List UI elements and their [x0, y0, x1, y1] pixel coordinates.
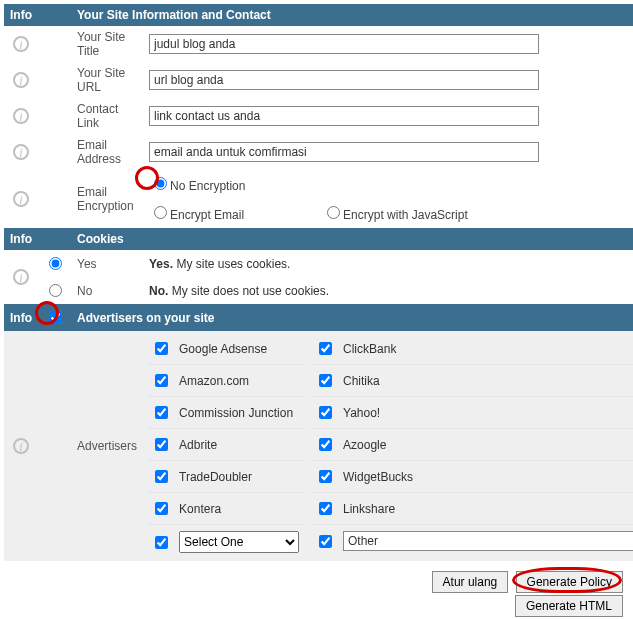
section-info-label: Info — [4, 228, 38, 250]
advertiser-item: Yahoo! — [311, 397, 633, 429]
site-title-input[interactable] — [149, 34, 539, 54]
info-icon[interactable]: i — [13, 144, 29, 160]
advertiser-item: Kontera — [147, 493, 303, 525]
advertiser-checkbox[interactable] — [319, 406, 332, 419]
advertiser-name: Google Adsense — [179, 342, 267, 356]
site-url-label: Your Site URL — [71, 62, 143, 98]
email-encryption-label: Email Encryption — [71, 170, 143, 228]
advertiser-checkbox[interactable] — [319, 502, 332, 515]
enc-encrypt-label: Encrypt Email — [170, 208, 244, 222]
advertiser-item: Select One — [147, 525, 303, 559]
advertiser-name: Azoogle — [343, 438, 386, 452]
advertiser-checkbox[interactable] — [319, 438, 332, 451]
reset-button[interactable]: Atur ulang — [432, 571, 509, 593]
advertiser-name: ClickBank — [343, 342, 396, 356]
advertiser-checkbox[interactable] — [155, 502, 168, 515]
cookies-no-label: No — [71, 277, 143, 304]
section-site-info-header: Your Site Information and Contact — [71, 4, 633, 26]
cookies-no-radio[interactable] — [49, 284, 62, 297]
contact-link-input[interactable] — [149, 106, 539, 126]
cookies-yes-label: Yes — [71, 250, 143, 277]
info-icon[interactable]: i — [13, 36, 29, 52]
advertiser-checkbox[interactable] — [155, 342, 168, 355]
section-advertisers-header: Advertisers on your site — [71, 304, 633, 331]
advertiser-name: Amazon.com — [179, 374, 249, 388]
advertiser-name: TradeDoubler — [179, 470, 252, 484]
site-title-label: Your Site Title — [71, 26, 143, 62]
advertiser-checkbox[interactable] — [319, 374, 332, 387]
advertiser-name: Chitika — [343, 374, 380, 388]
enc-none-label: No Encryption — [170, 179, 245, 193]
generate-html-button[interactable]: Generate HTML — [515, 595, 623, 617]
advertiser-name: WidgetBucks — [343, 470, 413, 484]
advertiser-item: Chitika — [311, 365, 633, 397]
advertiser-name: Commission Junction — [179, 406, 293, 420]
cookies-no-bold: No. — [149, 284, 168, 298]
section-cookies-header: Cookies — [71, 228, 633, 250]
advertiser-checkbox[interactable] — [319, 535, 332, 548]
info-icon[interactable]: i — [13, 438, 29, 454]
enc-encrypt-option[interactable]: Encrypt Email — [149, 203, 244, 222]
cookies-yes-bold: Yes. — [149, 257, 173, 271]
section-info-label: Info — [4, 4, 38, 26]
advertiser-checkbox[interactable] — [155, 438, 168, 451]
advertiser-item: WidgetBucks — [311, 461, 633, 493]
info-icon[interactable]: i — [13, 269, 29, 285]
advertiser-item: Azoogle — [311, 429, 633, 461]
info-icon[interactable]: i — [13, 191, 29, 207]
advertiser-item: Commission Junction — [147, 397, 303, 429]
advertiser-name: Adbrite — [179, 438, 217, 452]
advertiser-item: Linkshare — [311, 493, 633, 525]
enc-js-label: Encrypt with JavaScript — [343, 208, 468, 222]
advertiser-checkbox[interactable] — [155, 470, 168, 483]
section-info-label: Info — [4, 304, 38, 331]
cookies-yes-rest: My site uses cookies. — [173, 257, 290, 271]
cookies-yes-desc: Yes. My site uses cookies. — [143, 250, 633, 277]
advertiser-other-input[interactable] — [343, 531, 633, 551]
advertiser-item: Google Adsense — [147, 333, 303, 365]
advertiser-checkbox[interactable] — [155, 406, 168, 419]
cookies-no-desc: No. My site does not use cookies. — [143, 277, 633, 304]
enc-none-option[interactable]: No Encryption — [149, 179, 245, 193]
advertiser-name: Yahoo! — [343, 406, 380, 420]
section-chk-spacer — [38, 4, 71, 26]
email-address-input[interactable] — [149, 142, 539, 162]
advertiser-item: Adbrite — [147, 429, 303, 461]
generate-policy-button[interactable]: Generate Policy — [516, 571, 623, 593]
advertisers-label: Advertisers — [71, 331, 143, 561]
advertiser-item: Amazon.com — [147, 365, 303, 397]
advertisers-grid: Google AdsenseAmazon.comCommission Junct… — [143, 331, 633, 561]
advertiser-item: ClickBank — [311, 333, 633, 365]
advertiser-checkbox[interactable] — [319, 342, 332, 355]
advertiser-name: Linkshare — [343, 502, 395, 516]
contact-link-label: Contact Link — [71, 98, 143, 134]
advertisers-section-checkbox[interactable] — [49, 311, 62, 324]
advertiser-checkbox[interactable] — [155, 374, 168, 387]
info-icon[interactable]: i — [13, 72, 29, 88]
email-address-label: Email Address — [71, 134, 143, 170]
enc-encrypt-radio[interactable] — [154, 206, 167, 219]
advertiser-checkbox[interactable] — [319, 470, 332, 483]
advertiser-item — [311, 525, 633, 557]
info-icon[interactable]: i — [13, 108, 29, 124]
advertiser-name: Kontera — [179, 502, 221, 516]
advertiser-select[interactable]: Select One — [179, 531, 299, 553]
advertiser-item: TradeDoubler — [147, 461, 303, 493]
enc-js-radio[interactable] — [327, 206, 340, 219]
enc-none-radio[interactable] — [154, 177, 167, 190]
cookies-yes-radio[interactable] — [49, 257, 62, 270]
cookies-no-rest: My site does not use cookies. — [168, 284, 329, 298]
site-url-input[interactable] — [149, 70, 539, 90]
advertiser-checkbox[interactable] — [155, 536, 168, 549]
enc-js-option[interactable]: Encrypt with JavaScript — [322, 203, 468, 222]
